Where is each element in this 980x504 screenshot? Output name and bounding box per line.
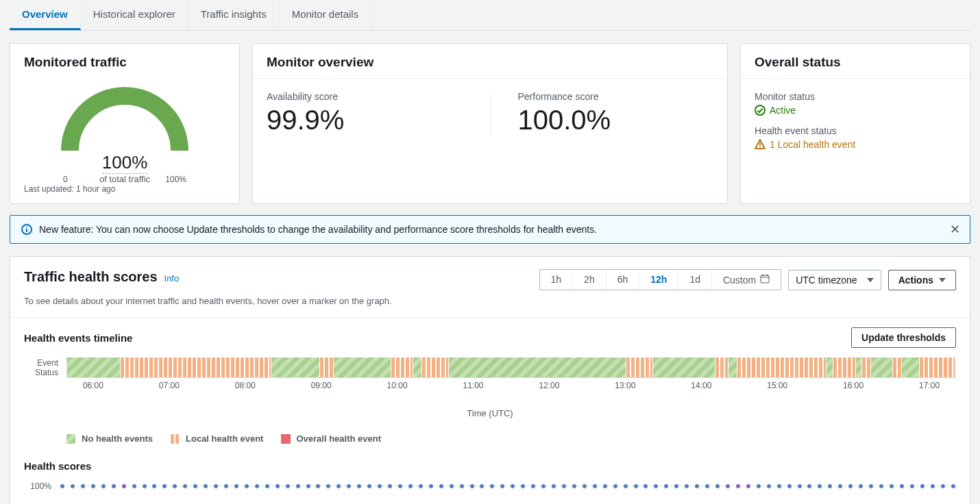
data-point[interactable] [439, 483, 444, 489]
timezone-dropdown[interactable]: UTC timezone [788, 270, 881, 290]
data-point[interactable] [193, 483, 198, 489]
data-point[interactable] [162, 483, 167, 489]
data-point[interactable] [315, 483, 321, 489]
data-point[interactable] [172, 483, 177, 489]
timeline-segment[interactable] [871, 357, 893, 377]
data-point[interactable] [244, 483, 249, 489]
info-link[interactable]: Info [164, 273, 180, 284]
range-6h[interactable]: 6h [607, 270, 640, 290]
data-point[interactable] [285, 483, 291, 489]
data-point[interactable] [613, 483, 618, 489]
data-point[interactable] [725, 483, 731, 489]
timeline-segment[interactable] [737, 357, 826, 377]
data-point[interactable] [868, 483, 874, 489]
data-point[interactable] [213, 483, 219, 489]
data-point[interactable] [674, 483, 679, 489]
data-point[interactable] [500, 483, 505, 489]
timeline-segment[interactable] [826, 357, 833, 377]
data-point[interactable] [510, 483, 515, 489]
update-thresholds-button[interactable]: Update thresholds [851, 327, 956, 348]
data-point[interactable] [623, 483, 628, 489]
data-point[interactable] [132, 483, 137, 489]
tab-traffic[interactable]: Traffic insights [188, 0, 280, 30]
data-point[interactable] [889, 483, 894, 489]
timeline-segment[interactable] [334, 357, 391, 377]
data-point[interactable] [234, 483, 239, 489]
data-point[interactable] [705, 483, 710, 489]
data-point[interactable] [735, 483, 741, 489]
data-point[interactable] [663, 483, 669, 489]
data-point[interactable] [541, 483, 546, 489]
data-point[interactable] [520, 483, 526, 489]
timeline-segment[interactable] [391, 357, 413, 377]
data-point[interactable] [530, 483, 536, 489]
data-point[interactable] [582, 483, 587, 489]
data-point[interactable] [80, 483, 86, 489]
data-point[interactable] [909, 483, 915, 489]
data-point[interactable] [684, 483, 689, 489]
data-point[interactable] [121, 483, 127, 489]
data-point[interactable] [920, 483, 925, 489]
timeline-track[interactable] [66, 357, 956, 378]
close-icon[interactable]: ✕ [950, 222, 960, 237]
data-point[interactable] [787, 483, 792, 489]
data-point[interactable] [387, 483, 393, 489]
data-point[interactable] [797, 483, 803, 489]
data-point[interactable] [756, 483, 761, 489]
data-point[interactable] [346, 483, 352, 489]
range-2h[interactable]: 2h [573, 270, 607, 290]
timeline-segment[interactable] [449, 357, 626, 377]
data-point[interactable] [182, 483, 188, 489]
data-point[interactable] [90, 483, 96, 489]
data-point[interactable] [326, 483, 331, 489]
timeline-segment[interactable] [833, 357, 855, 377]
data-point[interactable] [397, 483, 403, 489]
hs-line-100[interactable] [60, 486, 956, 487]
timeline-segment[interactable] [121, 357, 271, 377]
data-point[interactable] [930, 483, 935, 489]
timeline-segment[interactable] [893, 357, 902, 377]
data-point[interactable] [551, 483, 556, 489]
timeline-segment[interactable] [862, 357, 871, 377]
data-point[interactable] [848, 483, 853, 489]
data-point[interactable] [899, 483, 905, 489]
data-point[interactable] [561, 483, 567, 489]
data-point[interactable] [817, 483, 822, 489]
data-point[interactable] [449, 483, 454, 489]
data-point[interactable] [111, 483, 117, 489]
data-point[interactable] [715, 483, 720, 489]
timeline-segment[interactable] [320, 357, 333, 377]
data-point[interactable] [265, 483, 270, 489]
data-point[interactable] [766, 483, 772, 489]
data-point[interactable] [469, 483, 475, 489]
tab-overview[interactable]: Overview [10, 0, 81, 30]
range-1h[interactable]: 1h [540, 270, 574, 290]
data-point[interactable] [489, 483, 495, 489]
data-point[interactable] [377, 483, 382, 489]
data-point[interactable] [827, 483, 833, 489]
data-point[interactable] [151, 483, 157, 489]
timeline-segment[interactable] [653, 357, 715, 377]
range-12h[interactable]: 12h [639, 270, 678, 290]
data-point[interactable] [203, 483, 208, 489]
data-point[interactable] [356, 483, 362, 489]
data-point[interactable] [633, 483, 639, 489]
data-point[interactable] [275, 483, 280, 489]
timeline-segment[interactable] [271, 357, 320, 377]
data-point[interactable] [70, 483, 75, 489]
timeline-segment[interactable] [715, 357, 728, 377]
data-point[interactable] [951, 483, 956, 489]
timeline-segment[interactable] [902, 357, 920, 377]
data-point[interactable] [254, 483, 260, 489]
data-point[interactable] [879, 483, 884, 489]
range-1d[interactable]: 1d [678, 270, 712, 290]
data-point[interactable] [479, 483, 485, 489]
data-point[interactable] [367, 483, 372, 489]
data-point[interactable] [643, 483, 648, 489]
data-point[interactable] [776, 483, 782, 489]
data-point[interactable] [142, 483, 147, 489]
timeline-segment[interactable] [422, 357, 449, 377]
data-point[interactable] [223, 483, 229, 489]
timeline-segment[interactable] [626, 357, 653, 377]
data-point[interactable] [602, 483, 608, 489]
